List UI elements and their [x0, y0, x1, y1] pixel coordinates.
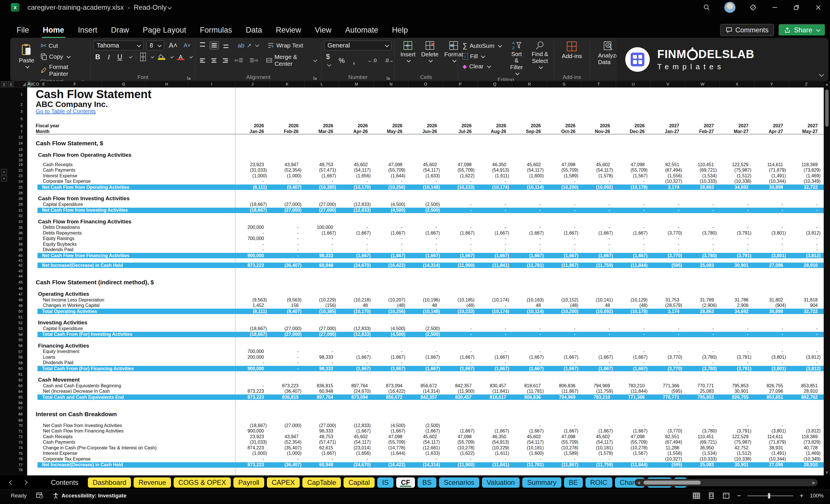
cell[interactable]: (1,667): [616, 230, 650, 236]
row-number-74[interactable]: 74: [0, 445, 27, 451]
cell[interactable]: 60,948: [304, 462, 339, 467]
cell[interactable]: -: [443, 326, 477, 331]
cell[interactable]: -: [650, 202, 685, 207]
cell[interactable]: (12,833): [339, 202, 374, 207]
cell[interactable]: -: [581, 360, 616, 365]
cell[interactable]: -: [408, 242, 443, 247]
cell[interactable]: (10,196): [408, 297, 443, 303]
cell[interactable]: -: [477, 423, 512, 428]
cell[interactable]: -: [581, 225, 616, 230]
cell[interactable]: 3,174: [650, 185, 685, 190]
cell[interactable]: 2026: [408, 123, 443, 128]
cell[interactable]: -: [581, 236, 616, 241]
cell[interactable]: (1,667): [304, 174, 339, 179]
column-header-S[interactable]: S: [547, 81, 581, 87]
cell[interactable]: (10,256): [374, 309, 408, 314]
sheet-tab-be[interactable]: BE: [564, 477, 583, 488]
cell[interactable]: (3,812): [789, 355, 823, 360]
cell[interactable]: (57,471): [304, 440, 339, 445]
cell[interactable]: 47,098: [547, 162, 581, 167]
cell[interactable]: 100,000: [304, 225, 339, 230]
cell[interactable]: 904: [789, 303, 823, 308]
cell[interactable]: Oct-26: [547, 129, 581, 134]
cell[interactable]: Jul-26: [443, 129, 477, 134]
cell[interactable]: (10,141): [581, 297, 616, 303]
horizontal-scroll-thumb[interactable]: [643, 480, 701, 484]
row-number-56[interactable]: 56: [0, 343, 27, 349]
cell[interactable]: 873,223: [235, 389, 270, 394]
cell[interactable]: -: [512, 225, 547, 230]
cell[interactable]: (11,781): [512, 389, 547, 394]
cell[interactable]: (69,721): [685, 168, 720, 173]
cell[interactable]: (27,000): [270, 332, 304, 337]
cell[interactable]: (48): [616, 303, 650, 308]
row-number-28[interactable]: 28: [0, 195, 27, 202]
column-header-X[interactable]: X: [720, 81, 754, 87]
cell[interactable]: -: [754, 225, 789, 230]
cell[interactable]: (14,778): [374, 445, 408, 450]
bold-button[interactable]: B: [94, 53, 102, 61]
cell[interactable]: (3,791): [720, 253, 754, 258]
cell[interactable]: 45,602: [339, 162, 374, 167]
cell[interactable]: (67,494): [650, 168, 685, 173]
cell[interactable]: 700,000: [235, 349, 270, 354]
cell[interactable]: 25,083: [685, 462, 720, 467]
cell[interactable]: Apr-26: [339, 129, 374, 134]
cell[interactable]: 873,094: [374, 383, 408, 388]
cell[interactable]: (1,656): [339, 174, 374, 179]
cell[interactable]: 842,357: [443, 383, 477, 388]
column-header-H[interactable]: H: [145, 81, 188, 87]
cell[interactable]: (18,667): [235, 326, 270, 331]
cell[interactable]: -: [685, 236, 720, 241]
column-header-W[interactable]: W: [685, 81, 720, 87]
cell[interactable]: (1,567): [616, 174, 650, 179]
cell[interactable]: 82,551: [650, 434, 685, 439]
cell[interactable]: (10,256): [374, 185, 408, 190]
cell[interactable]: (10,174): [477, 185, 512, 190]
row-number-37[interactable]: 37: [0, 236, 27, 242]
cell[interactable]: (3,801): [754, 355, 789, 360]
table-of-contents-link[interactable]: Go to Table of Contents: [27, 108, 96, 115]
cell[interactable]: (1,667): [581, 366, 616, 371]
column-header-Q[interactable]: Q: [477, 81, 512, 87]
cell[interactable]: -: [581, 202, 616, 207]
cell[interactable]: 48: [339, 303, 374, 308]
cell[interactable]: 47,098: [547, 434, 581, 439]
cell[interactable]: (24,670): [339, 263, 374, 268]
cell[interactable]: -: [789, 242, 823, 247]
cell[interactable]: (3,780): [685, 429, 720, 434]
cell[interactable]: 873,223: [270, 383, 304, 388]
underline-button[interactable]: U: [116, 53, 124, 61]
cell[interactable]: (55,709): [374, 168, 408, 173]
cell[interactable]: -: [685, 247, 720, 252]
cell[interactable]: 31,753: [650, 297, 685, 303]
cell[interactable]: (10,181): [512, 445, 547, 450]
cell[interactable]: (3,801): [754, 366, 789, 371]
cell[interactable]: (1,512): [720, 174, 754, 179]
scroll-down-arrow[interactable]: ▼: [825, 469, 829, 475]
cell[interactable]: (27,000): [304, 332, 339, 337]
cell[interactable]: (10,278): [616, 445, 650, 450]
cell[interactable]: 30,901: [720, 462, 754, 467]
cell[interactable]: -: [616, 208, 650, 213]
cell[interactable]: 114,611: [754, 162, 789, 167]
cell[interactable]: Jan-26: [235, 129, 270, 134]
sheet-tab-bs[interactable]: BS: [418, 477, 437, 488]
cell[interactable]: 11,288: [650, 445, 685, 450]
cell[interactable]: (10,207): [374, 297, 408, 303]
cell[interactable]: -: [754, 326, 789, 331]
cell[interactable]: (35,407): [270, 445, 304, 450]
cell[interactable]: (10,178): [616, 309, 650, 314]
cell[interactable]: -: [235, 456, 270, 462]
row-number-41[interactable]: 41: [0, 259, 27, 262]
cell[interactable]: (9,407): [270, 309, 304, 314]
cell[interactable]: -: [581, 326, 616, 331]
menu-tab-draw[interactable]: Draw: [110, 25, 130, 36]
cell[interactable]: Nov-26: [581, 129, 616, 134]
cell[interactable]: (10,229): [304, 297, 339, 303]
row-number-32[interactable]: 32: [0, 213, 27, 219]
cell[interactable]: (10,385): [304, 185, 339, 190]
cell[interactable]: 2026: [304, 123, 339, 128]
cell[interactable]: -: [685, 332, 720, 337]
cell[interactable]: (1,667): [374, 429, 408, 434]
